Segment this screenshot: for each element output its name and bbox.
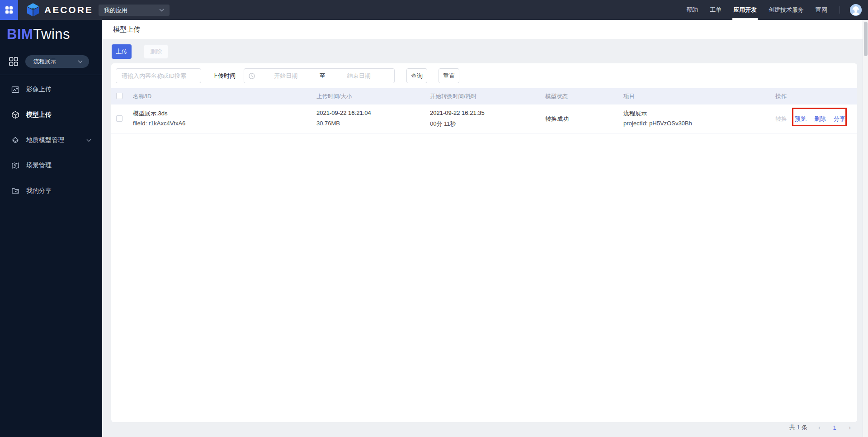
topbar: AECORE 我的应用 帮助 工单 应用开发 创建技术服务 官网 [0, 0, 868, 20]
share-link[interactable]: 分享 [834, 115, 845, 123]
topbar-nav: 帮助 工单 应用开发 创建技术服务 官网 [680, 0, 862, 20]
sidebar-item-image-upload[interactable]: 影像上传 [0, 77, 102, 102]
table-row: 模型展示.3ds fileId: r1kAxc4VtxA6 2021-09-22… [111, 104, 857, 133]
app-scope-select[interactable]: 我的应用 [99, 5, 170, 16]
next-page-arrow[interactable]: › [849, 423, 851, 432]
module-grid-button[interactable] [9, 57, 19, 66]
model-upload-icon [11, 111, 19, 119]
sidebar-item-label: 影像上传 [26, 86, 52, 94]
nav-item-official-site[interactable]: 官网 [816, 0, 827, 20]
search-input[interactable] [116, 68, 201, 83]
date-range-to-label: 至 [317, 72, 328, 80]
image-upload-icon [11, 86, 19, 94]
grid-outline-icon [9, 57, 19, 66]
sidebar-item-geology-model[interactable]: 地质模型管理 [0, 128, 102, 153]
col-convert-time: 开始转换时间/耗时 [430, 88, 476, 104]
sidebar: BIMTwins 流程展示 [0, 20, 102, 437]
geology-model-icon [11, 136, 19, 144]
app-launcher-button[interactable] [0, 0, 18, 20]
pagination: 共 1 条 ‹ 1 › [789, 423, 851, 432]
screen: AECORE 我的应用 帮助 工单 应用开发 创建技术服务 官网 [0, 0, 868, 437]
user-avatar[interactable] [850, 4, 862, 16]
content-panel: 上传时间 开始日期 至 结束日期 查询 重置 名称/ID 上传时间/大小 开始转… [111, 63, 857, 422]
logo-twins: Twins [33, 26, 70, 42]
sidebar-item-label: 场景管理 [26, 162, 52, 170]
nav-item-create-tech-service[interactable]: 创建技术服务 [769, 0, 804, 20]
col-model-status: 模型状态 [545, 88, 568, 104]
bimtwins-logo: BIMTwins [7, 26, 70, 43]
end-date-placeholder[interactable]: 结束日期 [328, 72, 390, 80]
row-checkbox[interactable] [116, 115, 123, 122]
nav-divider [840, 6, 840, 14]
status-text: 转换成功 [545, 115, 569, 123]
sidebar-item-scene-manage[interactable]: 场景管理 [0, 153, 102, 178]
chevron-down-icon [159, 9, 164, 12]
nav-item-app-dev[interactable]: 应用开发 [733, 0, 757, 20]
sidebar-item-label: 地质模型管理 [26, 136, 64, 144]
aecore-cube-icon [26, 3, 40, 17]
clock-icon [249, 73, 255, 79]
sidebar-divider [0, 75, 102, 75]
upload-time: 2021-09-22 16:21:04 [316, 109, 371, 116]
nav-item-help[interactable]: 帮助 [686, 0, 698, 20]
grid-apps-icon [5, 6, 13, 14]
col-project: 项目 [623, 88, 635, 104]
logo-bim: BIM [7, 26, 33, 42]
scrollbar-thumb[interactable] [864, 22, 868, 56]
delete-link[interactable]: 删除 [814, 115, 826, 123]
main-content: 模型上传 上传 删除 上传时间 开始日期 至 结束日期 查询 重置 名称/ [102, 20, 863, 437]
date-range-picker[interactable]: 开始日期 至 结束日期 [244, 68, 395, 83]
query-button[interactable]: 查询 [406, 68, 427, 83]
scene-manage-icon [11, 162, 19, 170]
table-header: 名称/ID 上传时间/大小 开始转换时间/耗时 模型状态 项目 操作 [111, 88, 857, 104]
current-page-number[interactable]: 1 [831, 424, 838, 431]
sidebar-item-my-share[interactable]: 我的分享 [0, 178, 102, 204]
cell-model-status: 转换成功 [545, 104, 569, 133]
preview-link[interactable]: 预览 [795, 115, 807, 123]
chevron-down-icon [78, 60, 83, 63]
chevron-down-icon [86, 139, 91, 142]
vertical-scrollbar[interactable] [863, 20, 868, 437]
start-date-placeholder[interactable]: 开始日期 [255, 72, 317, 80]
cell-actions: 转换 预览 删除 分享 [775, 104, 845, 133]
sidebar-item-model-upload[interactable]: 模型上传 [0, 102, 102, 128]
project-id: projectId: pH5VzOSv30Bh [623, 120, 692, 127]
upload-time-label: 上传时间 [212, 68, 236, 83]
prev-page-arrow[interactable]: ‹ [818, 423, 821, 432]
app-switcher-row: 流程展示 [0, 55, 102, 69]
worker-avatar-icon [850, 4, 862, 16]
convert-duration: 00分 11秒 [430, 120, 456, 128]
nav-item-workorder[interactable]: 工单 [710, 0, 722, 20]
app-scope-value: 我的应用 [104, 6, 159, 14]
col-actions: 操作 [775, 88, 787, 104]
page-title: 模型上传 [113, 25, 140, 34]
file-id: fileId: r1kAxc4VtxA6 [133, 120, 185, 127]
my-share-icon [11, 187, 19, 195]
upload-button[interactable]: 上传 [112, 44, 132, 59]
project-name: 流程展示 [623, 109, 647, 118]
file-size: 30.76MB [316, 120, 340, 127]
sidebar-item-label: 我的分享 [26, 187, 52, 195]
brand-name: AECORE [44, 5, 93, 15]
select-all-checkbox[interactable] [116, 93, 123, 99]
reset-button[interactable]: 重置 [439, 68, 459, 83]
model-name: 模型展示.3ds [133, 109, 168, 118]
pagination-total: 共 1 条 [789, 423, 807, 432]
convert-start-time: 2021-09-22 16:21:35 [430, 109, 485, 116]
sidebar-item-label: 模型上传 [26, 111, 52, 119]
project-select-value: 流程展示 [33, 58, 78, 66]
project-select[interactable]: 流程展示 [25, 55, 89, 68]
brand-logo: AECORE [26, 0, 93, 20]
convert-link[interactable]: 转换 [775, 115, 787, 123]
delete-button[interactable]: 删除 [144, 44, 168, 59]
col-upload-time: 上传时间/大小 [316, 88, 352, 104]
page-header: 模型上传 [102, 20, 863, 39]
col-name-id: 名称/ID [133, 88, 151, 104]
sidebar-menu: 影像上传 模型上传 地质模型管理 [0, 77, 102, 204]
